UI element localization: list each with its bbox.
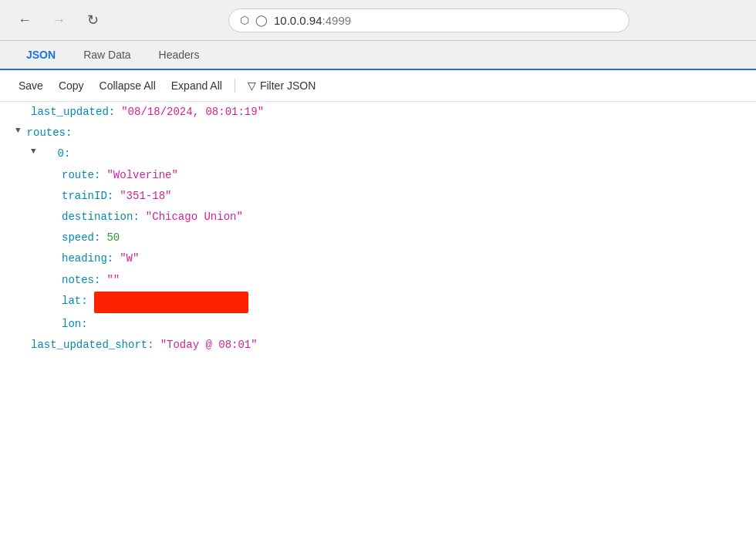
filter-json-button[interactable]: ▽ Filter JSON	[241, 76, 322, 95]
lon-line: lon:	[15, 314, 741, 335]
collapse-all-button[interactable]: Collapse All	[93, 76, 162, 95]
index-key: 0:	[42, 144, 71, 164]
heading-value: "W"	[120, 249, 139, 268]
browser-chrome: ← → ↻ ⬡ ◯ 10.0.0.94:4999	[0, 0, 756, 41]
speed-key: speed:	[15, 228, 100, 248]
tab-raw-data[interactable]: Raw Data	[69, 41, 144, 70]
tab-headers[interactable]: Headers	[145, 41, 214, 70]
index-line: ▼ 0:	[15, 143, 741, 164]
tab-bar: JSON Raw Data Headers	[0, 41, 756, 70]
destination-line: destination: "Chicago Union"	[15, 207, 741, 228]
url-text: 10.0.0.94:4999	[274, 14, 351, 27]
destination-value: "Chicago Union"	[146, 207, 243, 227]
page-icon: ◯	[255, 14, 268, 26]
destination-key: destination:	[15, 207, 140, 227]
last-updated-short-value: "Today @ 08:01"	[160, 336, 258, 355]
filter-icon: ▽	[248, 79, 256, 92]
expand-all-button[interactable]: Expand All	[165, 76, 228, 95]
last-updated-short-key: last_updated_short:	[15, 336, 154, 355]
notes-value: ""	[106, 271, 120, 290]
tab-json[interactable]: JSON	[12, 41, 69, 70]
json-viewer: last_updated: "08/18/2024, 08:01:19" ▼ r…	[0, 102, 756, 560]
security-icon: ⬡	[240, 14, 249, 26]
index-arrow[interactable]: ▼	[15, 144, 36, 160]
reload-button[interactable]: ↻	[80, 8, 105, 32]
lat-redacted	[94, 292, 248, 313]
route-line: route: "Wolverine"	[15, 165, 741, 186]
trainid-value: "351-18"	[120, 187, 171, 206]
speed-line: speed: 50	[15, 228, 741, 248]
trainid-line: trainID: "351-18"	[15, 186, 741, 207]
route-value: "Wolverine"	[106, 166, 177, 185]
trainid-key: trainID:	[15, 187, 113, 206]
notes-line: notes: ""	[15, 270, 741, 291]
heading-line: heading: "W"	[15, 248, 741, 269]
lon-key: lon:	[15, 315, 88, 334]
nav-bar: ← → ↻ ⬡ ◯ 10.0.0.94:4999	[0, 0, 756, 40]
notes-key: notes:	[15, 271, 100, 290]
speed-value: 50	[106, 228, 120, 248]
routes-line: ▼ routes:	[15, 123, 741, 143]
filter-label: Filter JSON	[260, 79, 316, 92]
routes-arrow[interactable]: ▼	[15, 123, 21, 139]
last-updated-value: "08/18/2024, 08:01:19"	[121, 103, 264, 122]
copy-button[interactable]: Copy	[52, 76, 90, 95]
forward-button[interactable]: →	[46, 8, 71, 32]
last-updated-short-line: last_updated_short: "Today @ 08:01"	[15, 335, 741, 356]
save-button[interactable]: Save	[12, 76, 49, 95]
lat-key: lat:	[15, 292, 88, 311]
back-button[interactable]: ←	[12, 8, 37, 32]
route-key: route:	[15, 166, 100, 185]
routes-key: routes:	[27, 123, 73, 143]
last-updated-line: last_updated: "08/18/2024, 08:01:19"	[15, 102, 741, 123]
last-updated-key: last_updated:	[15, 103, 115, 122]
toolbar-divider	[235, 79, 235, 93]
heading-key: heading:	[15, 249, 113, 268]
address-bar[interactable]: ⬡ ◯ 10.0.0.94:4999	[228, 8, 629, 32]
toolbar: Save Copy Collapse All Expand All ▽ Filt…	[0, 70, 756, 102]
lat-line: lat:	[15, 291, 741, 314]
